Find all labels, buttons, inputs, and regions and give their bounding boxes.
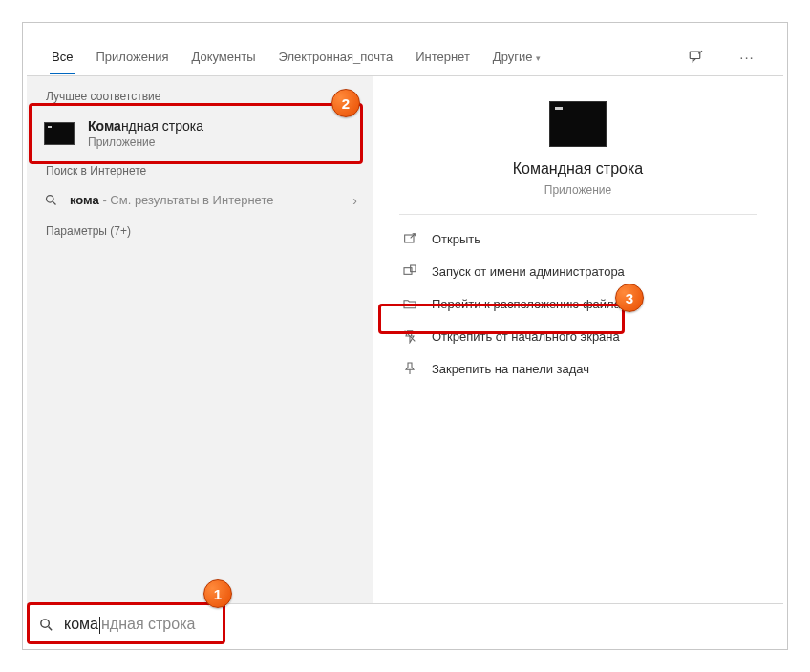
- open-icon: [401, 230, 418, 247]
- tab-more[interactable]: Другие▾: [491, 40, 544, 74]
- search-icon: [38, 617, 54, 633]
- body: Лучшее соответствие Командная строка При…: [27, 76, 783, 645]
- svg-point-5: [41, 620, 50, 628]
- svg-point-1: [47, 196, 54, 203]
- actions-list: Открыть Запуск от имени администратора П…: [373, 222, 783, 385]
- svg-rect-0: [690, 52, 700, 59]
- preview-title: Командная строка: [513, 160, 644, 178]
- feedback-icon[interactable]: [688, 49, 714, 66]
- action-label: Запуск от имени администратора: [432, 264, 625, 279]
- action-label: Открепить от начального экрана: [432, 329, 620, 344]
- section-best-match: Лучшее соответствие: [27, 84, 373, 109]
- best-match-result[interactable]: Командная строка Приложение: [27, 109, 373, 158]
- folder-icon: [401, 295, 418, 312]
- section-web-search: Поиск в Интернете: [27, 158, 373, 183]
- filter-tabs: Все Приложения Документы Электронная_поч…: [27, 38, 783, 76]
- search-window: Все Приложения Документы Электронная_поч…: [27, 38, 783, 645]
- chevron-right-icon: ›: [352, 193, 357, 208]
- search-bar[interactable]: командная строка: [27, 603, 783, 645]
- chevron-down-icon: ▾: [536, 53, 541, 63]
- search-text: командная строка: [64, 616, 195, 634]
- preview-subtitle: Приложение: [544, 183, 611, 197]
- action-label: Открыть: [432, 232, 480, 246]
- result-title: Командная строка: [88, 118, 203, 134]
- result-subtitle: Приложение: [88, 136, 203, 149]
- action-label: Перейти к расположению файла: [432, 297, 621, 311]
- pin-icon: [401, 360, 418, 377]
- tab-documents[interactable]: Документы: [189, 40, 257, 74]
- action-run-as-admin[interactable]: Запуск от имени администратора: [395, 255, 760, 287]
- tab-apps[interactable]: Приложения: [94, 40, 170, 74]
- annotation-badge-2: 2: [331, 89, 360, 117]
- tab-email[interactable]: Электронная_почта: [276, 40, 394, 74]
- section-settings[interactable]: Параметры (7+): [27, 217, 373, 245]
- unpin-icon: [401, 327, 418, 345]
- action-open-location[interactable]: Перейти к расположению файла: [395, 287, 760, 320]
- tab-all[interactable]: Все: [50, 40, 75, 74]
- action-label: Закрепить на панели задач: [432, 362, 589, 376]
- cmd-icon: [44, 122, 75, 145]
- results-panel: Лучшее соответствие Командная строка При…: [27, 76, 373, 645]
- search-icon: [44, 193, 58, 207]
- preview-panel: Командная строка Приложение Открыть Запу…: [373, 76, 783, 645]
- svg-rect-4: [411, 265, 416, 272]
- tab-internet[interactable]: Интернет: [414, 40, 472, 74]
- action-pin-taskbar[interactable]: Закрепить на панели задач: [395, 352, 760, 385]
- admin-icon: [401, 262, 418, 280]
- preview-app-icon: [549, 101, 607, 147]
- separator: [399, 214, 757, 215]
- web-search-result[interactable]: кома - См. результаты в Интернете ›: [27, 183, 373, 217]
- ellipsis-icon[interactable]: ···: [734, 49, 760, 65]
- annotation-badge-3: 3: [615, 284, 644, 312]
- annotation-badge-1: 1: [203, 579, 232, 608]
- action-unpin-start[interactable]: Открепить от начального экрана: [395, 320, 760, 352]
- action-open[interactable]: Открыть: [395, 222, 760, 255]
- web-query: кома - См. результаты в Интернете: [70, 193, 273, 207]
